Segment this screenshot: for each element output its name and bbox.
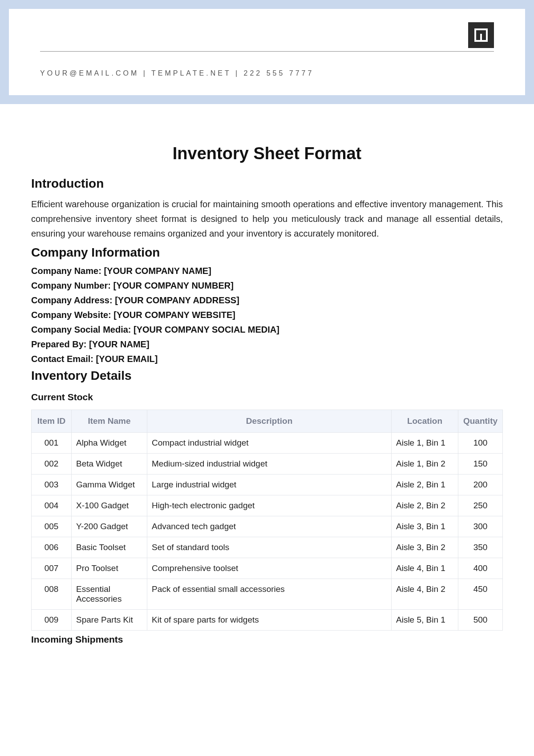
intro-text: Efficient warehouse organization is cruc… — [31, 197, 503, 241]
info-label: Company Number: — [31, 281, 113, 290]
contact-info: YOUR@EMAIL.COM | TEMPLATE.NET | 222 555 … — [40, 69, 494, 77]
inventory-table: Item IDItem NameDescriptionLocationQuant… — [31, 410, 503, 631]
info-value: [YOUR COMPANY NAME] — [104, 266, 211, 276]
column-header: Item Name — [72, 410, 147, 433]
table-body: 001Alpha WidgetCompact industrial widget… — [32, 433, 503, 631]
info-value: [YOUR COMPANY SOCIAL MEDIA] — [134, 325, 279, 334]
info-value: [YOUR COMPANY NUMBER] — [113, 281, 233, 290]
header-banner: YOUR@EMAIL.COM | TEMPLATE.NET | 222 555 … — [0, 0, 534, 104]
table-cell: Beta Widget — [72, 454, 147, 475]
table-row: 006Basic ToolsetSet of standard toolsAis… — [32, 537, 503, 558]
info-value: [YOUR COMPANY WEBSITE] — [113, 310, 235, 320]
table-cell: 003 — [32, 475, 72, 495]
table-cell: Alpha Widget — [72, 433, 147, 454]
info-value: [YOUR COMPANY ADDRESS] — [115, 295, 239, 305]
table-cell: 500 — [458, 610, 503, 631]
table-row: 002Beta WidgetMedium-sized industrial wi… — [32, 454, 503, 475]
current-stock-heading: Current Stock — [31, 392, 503, 402]
table-cell: 100 — [458, 433, 503, 454]
table-cell: Aisle 1, Bin 1 — [392, 433, 458, 454]
table-cell: Pack of essential small accessories — [147, 579, 392, 610]
table-row: 003Gamma WidgetLarge industrial widgetAi… — [32, 475, 503, 495]
info-label: Company Social Media: — [31, 325, 134, 334]
company-info-item: Prepared By: [YOUR NAME] — [31, 339, 503, 350]
table-cell: Aisle 2, Bin 1 — [392, 475, 458, 495]
table-cell: High-tech electronic gadget — [147, 495, 392, 516]
header-divider — [40, 51, 494, 52]
table-cell: 009 — [32, 610, 72, 631]
header-inner: YOUR@EMAIL.COM | TEMPLATE.NET | 222 555 … — [9, 9, 525, 95]
table-cell: 006 — [32, 537, 72, 558]
column-header: Quantity — [458, 410, 503, 433]
table-cell: Basic Toolset — [72, 537, 147, 558]
table-cell: Large industrial widget — [147, 475, 392, 495]
table-cell: Aisle 4, Bin 2 — [392, 579, 458, 610]
table-cell: 400 — [458, 558, 503, 579]
table-cell: 150 — [458, 454, 503, 475]
table-cell: Aisle 2, Bin 2 — [392, 495, 458, 516]
table-cell: 200 — [458, 475, 503, 495]
table-row: 001Alpha WidgetCompact industrial widget… — [32, 433, 503, 454]
info-label: Company Name: — [31, 266, 104, 276]
info-label: Company Website: — [31, 310, 113, 320]
table-row: 007Pro ToolsetComprehensive toolsetAisle… — [32, 558, 503, 579]
table-header-row: Item IDItem NameDescriptionLocationQuant… — [32, 410, 503, 433]
table-cell: 300 — [458, 516, 503, 537]
table-cell: 001 — [32, 433, 72, 454]
table-cell: Aisle 5, Bin 1 — [392, 610, 458, 631]
company-info-list: Company Name: [YOUR COMPANY NAME]Company… — [31, 266, 503, 364]
table-cell: Spare Parts Kit — [72, 610, 147, 631]
table-cell: 002 — [32, 454, 72, 475]
table-cell: Medium-sized industrial widget — [147, 454, 392, 475]
table-cell: Set of standard tools — [147, 537, 392, 558]
table-cell: Gamma Widget — [72, 475, 147, 495]
company-info-item: Company Name: [YOUR COMPANY NAME] — [31, 266, 503, 276]
table-cell: Comprehensive toolset — [147, 558, 392, 579]
table-cell: 005 — [32, 516, 72, 537]
table-cell: Kit of spare parts for widgets — [147, 610, 392, 631]
document-title: Inventory Sheet Format — [31, 144, 503, 163]
table-row: 008Essential AccessoriesPack of essentia… — [32, 579, 503, 610]
company-info-item: Company Website: [YOUR COMPANY WEBSITE] — [31, 310, 503, 320]
inventory-heading: Inventory Details — [31, 369, 503, 383]
table-cell: Y-200 Gadget — [72, 516, 147, 537]
table-cell: 004 — [32, 495, 72, 516]
column-header: Location — [392, 410, 458, 433]
table-row: 004X-100 GadgetHigh-tech electronic gadg… — [32, 495, 503, 516]
company-info-item: Company Number: [YOUR COMPANY NUMBER] — [31, 281, 503, 291]
info-label: Contact Email: — [31, 354, 96, 364]
table-cell: Advanced tech gadget — [147, 516, 392, 537]
company-info-item: Company Social Media: [YOUR COMPANY SOCI… — [31, 325, 503, 335]
table-cell: 350 — [458, 537, 503, 558]
table-cell: Aisle 1, Bin 2 — [392, 454, 458, 475]
table-cell: 008 — [32, 579, 72, 610]
info-value: [YOUR NAME] — [89, 339, 150, 349]
table-cell: Compact industrial widget — [147, 433, 392, 454]
column-header: Description — [147, 410, 392, 433]
table-cell: Aisle 3, Bin 2 — [392, 537, 458, 558]
table-cell: Essential Accessories — [72, 579, 147, 610]
table-cell: 250 — [458, 495, 503, 516]
company-info-item: Contact Email: [YOUR EMAIL] — [31, 354, 503, 364]
column-header: Item ID — [32, 410, 72, 433]
document-content: Inventory Sheet Format Introduction Effi… — [0, 104, 534, 654]
info-value: [YOUR EMAIL] — [96, 354, 158, 364]
table-cell: Pro Toolset — [72, 558, 147, 579]
table-row: 005Y-200 GadgetAdvanced tech gadgetAisle… — [32, 516, 503, 537]
logo-icon — [468, 22, 494, 48]
info-label: Company Address: — [31, 295, 115, 305]
table-cell: 450 — [458, 579, 503, 610]
table-cell: Aisle 3, Bin 1 — [392, 516, 458, 537]
info-label: Prepared By: — [31, 339, 89, 349]
incoming-shipments-heading: Incoming Shipments — [31, 634, 503, 645]
table-row: 009Spare Parts KitKit of spare parts for… — [32, 610, 503, 631]
company-info-heading: Company Information — [31, 245, 503, 260]
table-cell: 007 — [32, 558, 72, 579]
intro-heading: Introduction — [31, 177, 503, 191]
table-cell: Aisle 4, Bin 1 — [392, 558, 458, 579]
table-cell: X-100 Gadget — [72, 495, 147, 516]
company-info-item: Company Address: [YOUR COMPANY ADDRESS] — [31, 295, 503, 306]
